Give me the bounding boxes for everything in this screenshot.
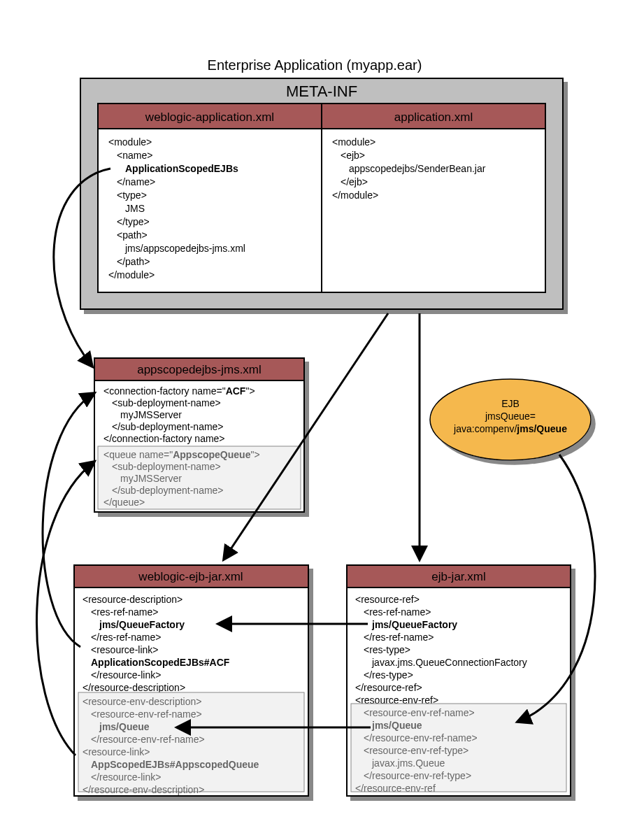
- svg-text:<resource-env-ref-name>: <resource-env-ref-name>: [364, 707, 475, 718]
- wl-app-xml-header: weblogic-application.xml: [145, 111, 274, 124]
- app-xml-header: application.xml: [394, 111, 473, 124]
- svg-text:</module>: </module>: [332, 190, 378, 201]
- diagram-title: Enterprise Application (myapp.ear): [208, 57, 422, 73]
- svg-text:</resource-description>: </resource-description>: [83, 682, 185, 693]
- svg-text:</res-ref-name>: </res-ref-name>: [364, 632, 434, 643]
- svg-text:</resource-env-ref: </resource-env-ref: [355, 783, 436, 794]
- svg-text:</res-ref-name>: </res-ref-name>: [91, 632, 161, 643]
- svg-text:<path>: <path>: [117, 229, 148, 241]
- svg-text:</resource-link>: </resource-link>: [91, 771, 161, 783]
- svg-text:<type>: <type>: [117, 190, 147, 201]
- svg-text:</path>: </path>: [117, 256, 150, 267]
- jms-xml-box: appscopedejbs-jms.xml <connection-factor…: [94, 358, 304, 512]
- svg-text:<resource-link>: <resource-link>: [83, 746, 150, 757]
- svg-text:jms/QueueFactory: jms/QueueFactory: [99, 619, 185, 630]
- wl-ejb-jar-header: weblogic-ejb-jar.xml: [138, 570, 243, 583]
- svg-text:JMS: JMS: [125, 203, 145, 214]
- svg-text:</module>: </module>: [108, 269, 155, 280]
- svg-text:<queue name="AppscopeQueue">: <queue name="AppscopeQueue">: [103, 449, 260, 460]
- svg-text:<resource-env-ref-name>: <resource-env-ref-name>: [91, 709, 202, 720]
- svg-text:javax.jms.QueueConnectionFacto: javax.jms.QueueConnectionFactory: [371, 657, 527, 668]
- metainf-container: META-INF weblogic-application.xml applic…: [80, 78, 563, 309]
- svg-text:<ejb>: <ejb>: [341, 150, 365, 161]
- jms-xml-header: appscopedejbs-jms.xml: [137, 363, 262, 376]
- svg-text:ApplicationScopedEJBs: ApplicationScopedEJBs: [125, 163, 238, 174]
- svg-text:</resource-ref>: </resource-ref>: [355, 682, 422, 693]
- svg-text:</resource-link>: </resource-link>: [91, 669, 161, 681]
- ejb-line1: jmsQueue=: [485, 411, 536, 422]
- svg-text:</sub-deployment-name>: </sub-deployment-name>: [112, 485, 224, 496]
- svg-text:<module>: <module>: [108, 136, 152, 148]
- svg-text:</sub-deployment-name>: </sub-deployment-name>: [112, 421, 224, 432]
- ejb-line2: java:compenv/jms/Queue: [453, 423, 567, 434]
- svg-text:</type>: </type>: [117, 216, 150, 227]
- svg-text:</connection-factory name>: </connection-factory name>: [103, 433, 225, 444]
- svg-text:javax.jms.Queue: javax.jms.Queue: [371, 757, 445, 769]
- svg-text:appscopedejbs/SenderBean.jar: appscopedejbs/SenderBean.jar: [349, 163, 486, 174]
- svg-text:<sub-deployment-name>: <sub-deployment-name>: [112, 461, 221, 472]
- svg-text:</resource-env-ref-type>: </resource-env-ref-type>: [364, 770, 471, 781]
- svg-text:<res-ref-name>: <res-ref-name>: [364, 606, 431, 618]
- svg-text:<sub-deployment-name>: <sub-deployment-name>: [112, 397, 221, 408]
- svg-text:myJMSServer: myJMSServer: [120, 473, 182, 484]
- wl-ejb-jar-box: weblogic-ejb-jar.xml <resource-descripti…: [74, 565, 308, 796]
- svg-text:jms/QueueFactory: jms/QueueFactory: [371, 619, 457, 630]
- svg-text:<resource-link>: <resource-link>: [91, 644, 159, 655]
- svg-text:</ejb>: </ejb>: [341, 176, 368, 187]
- svg-text:<res-type>: <res-type>: [364, 644, 410, 655]
- metainf-label: META-INF: [286, 83, 357, 100]
- svg-text:</res-type>: </res-type>: [364, 669, 413, 681]
- svg-text:jms/appscopedejbs-jms.xml: jms/appscopedejbs-jms.xml: [124, 243, 245, 254]
- svg-text:jms/Queue: jms/Queue: [371, 720, 422, 731]
- ejb-ellipse: EJB jmsQueue= java:compenv/jms/Queue: [430, 379, 591, 460]
- svg-text:</name>: </name>: [117, 176, 155, 187]
- svg-text:jms/Queue: jms/Queue: [99, 721, 150, 732]
- svg-text:<resource-description>: <resource-description>: [83, 594, 182, 605]
- svg-text:AppScopedEJBs#AppscopedQueue: AppScopedEJBs#AppscopedQueue: [91, 759, 259, 770]
- ejb-jar-box: ejb-jar.xml <resource-ref><res-ref-name>…: [347, 565, 571, 796]
- svg-text:ApplicationScopedEJBs#ACF: ApplicationScopedEJBs#ACF: [91, 657, 230, 668]
- svg-text:</resource-env-ref-name>: </resource-env-ref-name>: [91, 734, 205, 745]
- svg-text:<connection-factory name="ACF": <connection-factory name="ACF">: [103, 385, 255, 397]
- svg-text:<resource-ref>: <resource-ref>: [355, 594, 420, 605]
- svg-text:<module>: <module>: [332, 136, 375, 148]
- svg-text:<resource-env-description>: <resource-env-description>: [83, 696, 201, 707]
- svg-text:</resource-env-ref-name>: </resource-env-ref-name>: [364, 732, 478, 743]
- ejb-title: EJB: [501, 398, 520, 409]
- svg-text:<name>: <name>: [117, 150, 152, 161]
- svg-text:</queue>: </queue>: [103, 497, 145, 508]
- svg-text:</resource-env-description>: </resource-env-description>: [83, 784, 204, 795]
- svg-text:<res-ref-name>: <res-ref-name>: [91, 606, 158, 618]
- ejb-jar-header: ejb-jar.xml: [431, 570, 485, 583]
- svg-text:<resource-env-ref-type>: <resource-env-ref-type>: [364, 745, 468, 756]
- svg-text:myJMSServer: myJMSServer: [120, 409, 182, 420]
